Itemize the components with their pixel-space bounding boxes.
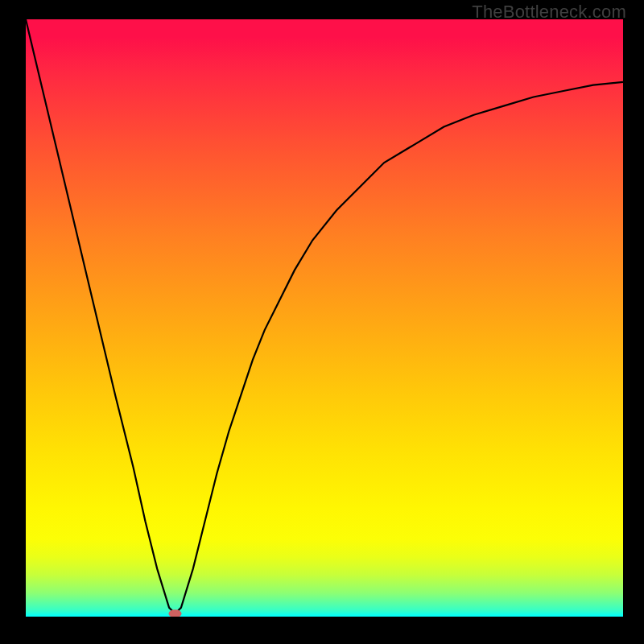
- bottleneck-curve: [26, 19, 623, 613]
- chart-svg: [26, 19, 623, 617]
- minimum-marker-icon: [169, 609, 182, 617]
- chart-frame: TheBottleneck.com: [0, 0, 644, 644]
- plot-area: [26, 19, 623, 617]
- watermark-text: TheBottleneck.com: [472, 2, 626, 23]
